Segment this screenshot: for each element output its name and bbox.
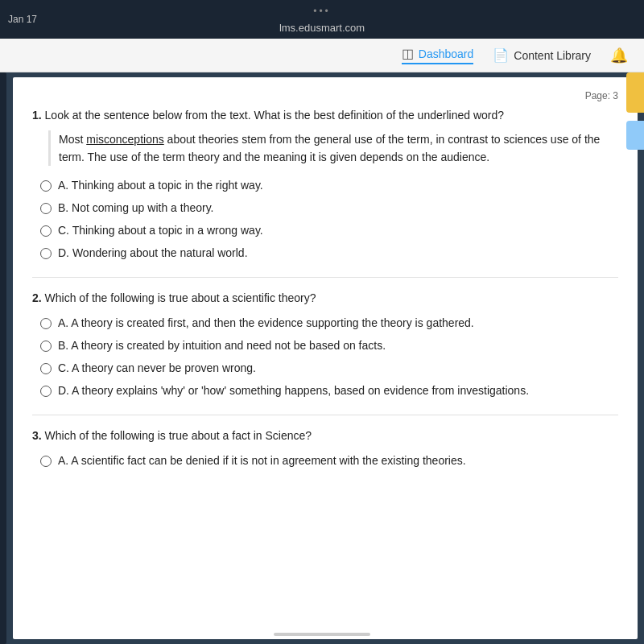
q2-radio-c (40, 363, 52, 374)
q2-number: 2. (32, 291, 42, 304)
nav-bar: ◫ Dashboard 📄 Content Library 🔔 (0, 39, 644, 72)
dashboard-icon: ◫ (402, 46, 414, 61)
q1-radio-c (40, 225, 52, 237)
q2-option-a[interactable]: A. A theory is created first, and then t… (40, 316, 618, 329)
q2-option-d-label: D. A theory explains 'why' or 'how' some… (58, 384, 529, 397)
page-number: Page: 3 (32, 90, 618, 101)
q3-text: Which of the following is true about a f… (45, 429, 312, 442)
q2-option-c[interactable]: C. A theory can never be proven wrong. (40, 361, 618, 374)
q2-radio-b (40, 341, 52, 352)
q2-option-b-label: B. A theory is created by intuition and … (58, 339, 386, 352)
url-bar[interactable]: lms.edusmart.com (279, 22, 365, 34)
main-content: Page: 3 1. Look at the sentence below fr… (13, 77, 638, 639)
question-2-title: 2. Which of the following is true about … (32, 291, 618, 307)
divider-2 (32, 415, 618, 415)
q3-options: A. A scientific fact can be denied if it… (40, 454, 618, 467)
question-1-block: 1. Look at the sentence below from the t… (32, 108, 618, 259)
q2-option-c-label: C. A theory can never be proven wrong. (58, 361, 256, 374)
q1-option-d-label: D. Wondering about the natural world. (58, 246, 248, 259)
q2-option-d[interactable]: D. A theory explains 'why' or 'how' some… (40, 384, 618, 397)
q1-option-a[interactable]: A. Thinking about a topic in the right w… (40, 179, 618, 192)
content-library-nav-item[interactable]: 📄 Content Library (493, 47, 591, 63)
content-library-label: Content Library (514, 49, 591, 62)
q1-option-d[interactable]: D. Wondering about the natural world. (40, 246, 618, 259)
q2-text: Which of the following is true about a s… (45, 291, 316, 304)
dashboard-label: Dashboard (419, 47, 474, 60)
dashboard-nav-item[interactable]: ◫ Dashboard (402, 46, 474, 64)
blue-tab[interactable] (626, 121, 644, 150)
q2-radio-d (40, 386, 52, 397)
date-label: Jan 17 (8, 14, 37, 25)
q1-radio-a (40, 180, 52, 192)
q2-radio-a (40, 318, 52, 329)
top-bar: Jan 17 ••• lms.edusmart.com (0, 0, 644, 39)
q1-option-c[interactable]: C. Thinking about a topic in a wrong way… (40, 224, 618, 237)
q1-option-b-label: B. Not coming up with a theory. (58, 201, 214, 214)
content-area: Page: 3 1. Look at the sentence below fr… (0, 72, 644, 644)
question-3-title: 3. Which of the following is true about … (32, 428, 618, 444)
q1-option-c-label: C. Thinking about a topic in a wrong way… (58, 224, 263, 237)
q1-radio-d (40, 248, 52, 259)
q2-option-b[interactable]: B. A theory is created by intuition and … (40, 339, 618, 352)
q1-number: 1. (32, 109, 42, 122)
scrollbar[interactable] (274, 633, 370, 636)
q3-option-a-label: A. A scientific fact can be denied if it… (58, 454, 466, 467)
q2-option-a-label: A. A theory is created first, and then t… (58, 316, 474, 329)
yellow-tab[interactable] (626, 72, 644, 113)
notification-bell[interactable]: 🔔 (610, 47, 628, 64)
q3-radio-a (40, 456, 52, 467)
content-library-icon: 📄 (493, 47, 509, 63)
browser-dots: ••• (313, 6, 331, 17)
q1-radio-b (40, 203, 52, 214)
q3-option-a[interactable]: A. A scientific fact can be denied if it… (40, 454, 618, 467)
q2-options: A. A theory is created first, and then t… (40, 316, 618, 397)
question-3-block: 3. Which of the following is true about … (32, 428, 618, 467)
q3-number: 3. (32, 429, 42, 442)
divider-1 (32, 277, 618, 278)
q1-options: A. Thinking about a topic in the right w… (40, 179, 618, 259)
question-1-title: 1. Look at the sentence below from the t… (32, 108, 618, 124)
q1-text: Look at the sentence below from the text… (45, 109, 504, 122)
q1-option-a-label: A. Thinking about a topic in the right w… (58, 179, 263, 192)
left-strip (0, 72, 6, 644)
passage-block: Most misconceptions about theories stem … (48, 130, 618, 167)
question-2-block: 2. Which of the following is true about … (32, 291, 618, 397)
underlined-word: misconceptions (86, 133, 164, 146)
q1-option-b[interactable]: B. Not coming up with a theory. (40, 201, 618, 214)
